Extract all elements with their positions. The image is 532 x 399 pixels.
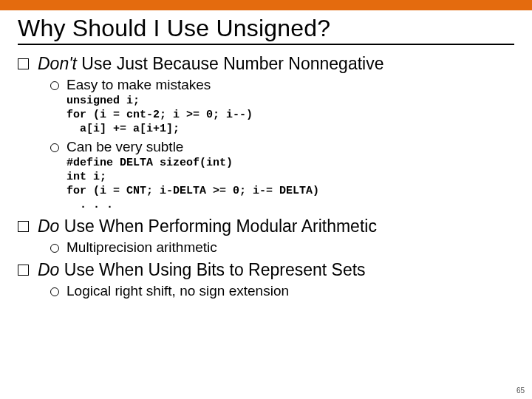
square-bullet-icon [18,265,29,276]
rest-text: Use Just Because Number Nonnegative [77,54,384,73]
square-bullet-icon [18,58,29,69]
bullet-lvl2-text: Can be very subtle [66,139,514,155]
bullet-lvl1-text: Do Use When Using Bits to Represent Sets [38,260,514,280]
bullet-lvl2-text: Easy to make mistakes [66,77,514,93]
code-block: #define DELTA sizeof(int) int i; for (i … [66,157,514,212]
emph-word: Don't [38,54,77,73]
bullet-lvl1: Do Use When Performing Modular Arithmeti… [18,216,514,236]
title-underline [18,44,514,45]
bullet-lvl2: Multiprecision arithmetic [50,239,514,256]
circle-bullet-icon [50,81,59,90]
rest-text: Use When Using Bits to Represent Sets [59,260,365,279]
accent-top-bar [0,0,532,10]
bullet-lvl2: Easy to make mistakes [50,77,514,93]
slide-title: Why Should I Use Unsigned? [18,15,514,42]
bullet-lvl1-text: Do Use When Performing Modular Arithmeti… [38,216,514,236]
page-number: 65 [516,386,525,395]
emph-word: Do [38,260,59,279]
rest-text: Use When Performing Modular Arithmetic [59,216,377,236]
code-block: unsigned i; for (i = cnt-2; i >= 0; i--)… [66,95,514,136]
slide-body: Why Should I Use Unsigned? Don't Use Jus… [0,15,532,299]
bullet-lvl2-text: Multiprecision arithmetic [66,239,514,256]
bullet-lvl1: Don't Use Just Because Number Nonnegativ… [18,54,514,74]
bullet-lvl1: Do Use When Using Bits to Represent Sets [18,260,514,280]
bullet-lvl1-text: Don't Use Just Because Number Nonnegativ… [38,54,514,74]
circle-bullet-icon [50,244,59,253]
circle-bullet-icon [50,143,59,152]
bullet-lvl2: Logical right shift, no sign extension [50,283,514,299]
emph-word: Do [38,216,59,236]
circle-bullet-icon [50,287,59,296]
square-bullet-icon [18,221,29,232]
bullet-lvl2-text: Logical right shift, no sign extension [66,283,514,299]
bullet-lvl2: Can be very subtle [50,139,514,155]
